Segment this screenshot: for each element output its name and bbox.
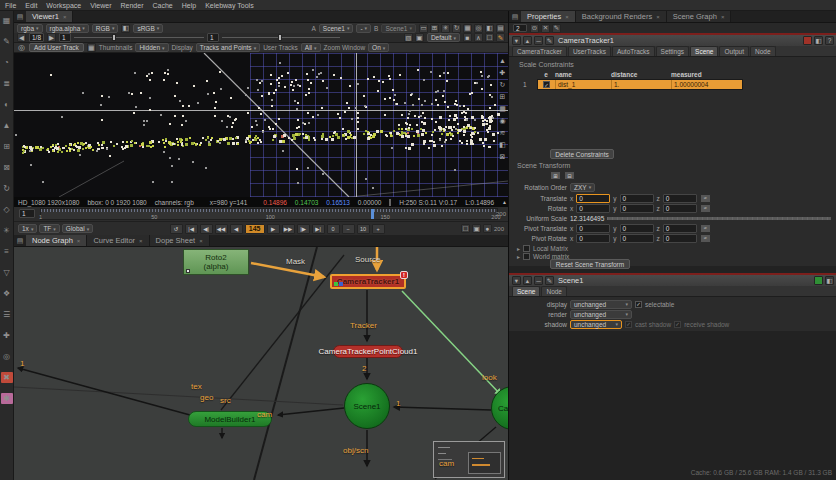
translate-y-field[interactable]: 0 — [620, 194, 654, 203]
time-icon[interactable]: ◔ — [1, 57, 13, 68]
shadow-dropdown[interactable]: unchanged▾ — [570, 320, 622, 329]
play-forward-button[interactable]: ▶▶ — [282, 224, 295, 234]
pivot-translate-z-field[interactable]: 0 — [663, 224, 697, 233]
timeline-playhead[interactable] — [371, 209, 374, 219]
tab-properties[interactable]: Properties× — [521, 11, 576, 22]
other-icon[interactable]: ✚ — [1, 330, 13, 341]
deep-icon[interactable]: ≡ — [1, 246, 13, 257]
timeline-ruler[interactable]: 150100150200 — [40, 208, 498, 220]
close-icon[interactable]: × — [199, 238, 203, 244]
gamma-field[interactable]: 1 — [207, 33, 219, 42]
flipbook-icon[interactable]: ▧ — [404, 33, 413, 42]
wireframe-icon[interactable]: ≋ — [498, 128, 507, 137]
cast-shadow-checkbox[interactable]: ✓ — [625, 321, 632, 328]
gain-slider[interactable] — [74, 33, 204, 42]
snap-icon[interactable]: ◉ — [498, 116, 507, 125]
close-icon[interactable]: × — [656, 14, 660, 20]
goto-start-button[interactable]: |◀ — [185, 224, 198, 234]
pivot-rotate-z-field[interactable]: 0 — [663, 234, 697, 243]
expand-info-icon[interactable]: ▲ — [502, 199, 507, 205]
clear-panels-icon[interactable]: ✕ — [541, 24, 550, 33]
pivot-translate-x-field[interactable]: 0 — [576, 224, 610, 233]
tab-scene[interactable]: Scene — [512, 286, 540, 296]
fps-lock-icon[interactable]: ▣ — [472, 224, 481, 233]
goto-end-button[interactable]: ▶| — [312, 224, 325, 234]
red-tool-icon[interactable]: ✖ — [1, 372, 13, 383]
menu-workspace[interactable]: Workspace — [46, 2, 81, 9]
a-buffer-dropdown[interactable]: Scene1▾ — [319, 24, 354, 33]
viewer-3d-canvas[interactable]: ▲✚↻⊞▦◉≋◧⊠ — [14, 53, 508, 197]
merge-icon[interactable]: ⊠ — [1, 162, 13, 173]
image-icon[interactable]: ▦ — [1, 15, 13, 26]
render-icon[interactable]: ◎ — [1, 351, 13, 362]
cameratracker1-panel-header[interactable]: ▾▴─✎ CameraTracker1 ◧? — [509, 33, 836, 46]
downrez-field[interactable]: 1/8 — [29, 33, 44, 42]
close-icon[interactable]: × — [721, 14, 725, 20]
timeline-filter-dropdown[interactable]: TF▾ — [39, 224, 59, 233]
split-panel-icon[interactable]: ◧ — [825, 276, 834, 285]
translate-tool-icon[interactable]: ✚ — [498, 68, 507, 77]
minimize-panel-icon[interactable]: ─ — [534, 36, 543, 45]
tab-scene-graph[interactable]: Scene Graph× — [667, 11, 732, 22]
constraint-measured-cell[interactable]: 1.00000004 — [672, 80, 736, 89]
animation-menu-icon[interactable]: ≈ — [700, 234, 711, 243]
checker-icon[interactable]: ☐ — [485, 33, 494, 42]
axes-icon[interactable]: ⊟ — [564, 171, 575, 180]
downrez-next-icon[interactable]: ▶ — [47, 33, 56, 42]
metadata-icon[interactable]: ❖ — [1, 288, 13, 299]
lock-playback-icon[interactable]: ● — [483, 224, 492, 233]
playback-speed-dropdown[interactable]: 1x▾ — [18, 224, 37, 233]
animation-menu-icon[interactable]: ≈ — [700, 204, 711, 213]
range-toggle-icon[interactable]: ☐ — [461, 224, 470, 233]
close-icon[interactable]: × — [63, 14, 67, 20]
tab-dope-sheet[interactable]: Dope Sheet× — [150, 235, 210, 246]
tab-curve-editor[interactable]: Curve Editor× — [87, 235, 149, 246]
collapse-panel-icon[interactable]: ▾ — [512, 276, 521, 285]
menu-help[interactable]: Help — [182, 2, 196, 9]
pane-menu-icon[interactable]: ▤ — [14, 11, 26, 22]
constraint-enabled-checkbox[interactable]: ✓ — [543, 81, 550, 88]
gain-field[interactable]: 1 — [59, 33, 71, 42]
add-user-track-button[interactable]: Add User Track — [29, 43, 84, 52]
delete-constraints-button[interactable]: Delete Constraints — [550, 149, 614, 159]
keyer-icon[interactable]: ⊞ — [1, 141, 13, 152]
constraint-name-cell[interactable]: dist_1 — [556, 80, 612, 89]
node-cameratrackerpointcloud1[interactable]: CameraTrackerPointCloud1 — [333, 345, 403, 358]
pin-panels-icon[interactable]: ⊙ — [530, 24, 539, 33]
close-icon[interactable]: × — [565, 14, 569, 20]
user-tracks-dropdown[interactable]: All▾ — [301, 43, 321, 52]
menu-file[interactable]: File — [5, 2, 16, 9]
translate-z-field[interactable]: 0 — [663, 194, 697, 203]
prev-keyframe-button[interactable]: ◀| — [200, 224, 213, 234]
display-dropdown[interactable]: unchanged▾ — [570, 300, 632, 309]
uniform-scale-slider[interactable] — [607, 214, 831, 223]
shaded-icon[interactable]: ◧ — [498, 140, 507, 149]
world-matrix-checkbox[interactable] — [523, 253, 530, 260]
tab-node[interactable]: Node — [750, 46, 776, 56]
tab-viewer1[interactable]: Viewer1 × — [26, 11, 73, 22]
alpha-dropdown[interactable]: rgba.alpha▾ — [46, 24, 89, 33]
menu-edit[interactable]: Edit — [25, 2, 37, 9]
wipe-icon[interactable]: ◧ — [485, 24, 494, 33]
downrez-prev-icon[interactable]: ◀ — [17, 33, 26, 42]
node-graph-canvas[interactable]: Roto2(alpha) CameraTracker1 ! CameraTrac… — [14, 247, 508, 480]
collapse-panel-icon[interactable]: ▾ — [512, 36, 521, 45]
track-grid-icon[interactable]: ▦ — [87, 43, 96, 52]
tab-autotracks[interactable]: AutoTracks — [612, 46, 655, 56]
proxy-icon[interactable]: ⊞ — [430, 24, 439, 33]
render-dropdown[interactable]: unchanged▾ — [570, 310, 632, 319]
merge-mode-icon[interactable]: ◧ — [121, 24, 130, 33]
frame-range-mode-dropdown[interactable]: Global▾ — [62, 224, 93, 233]
scene1-panel-header[interactable]: ▾▴─✎ Scene1 ◧ — [509, 273, 836, 286]
track-target-icon[interactable]: ◎ — [17, 43, 26, 52]
split-panel-icon[interactable]: ◧ — [814, 36, 823, 45]
panel-layout-icon[interactable]: ▤ — [496, 24, 505, 33]
edit-panel-icon[interactable]: ✎ — [545, 276, 554, 285]
display-dropdown[interactable]: Tracks and Points▾ — [196, 43, 260, 52]
ab-mode-dropdown[interactable]: -▾ — [356, 24, 371, 33]
selectable-checkbox[interactable]: ✓ — [635, 301, 642, 308]
constraints-table-row[interactable]: 1 ✓ dist_1 1. 1.00000004 — [523, 79, 743, 90]
select-tool-icon[interactable]: ▲ — [498, 56, 507, 65]
matrix-icon[interactable]: ⊞ — [550, 171, 561, 180]
node-color-swatch-icon[interactable] — [814, 276, 823, 285]
